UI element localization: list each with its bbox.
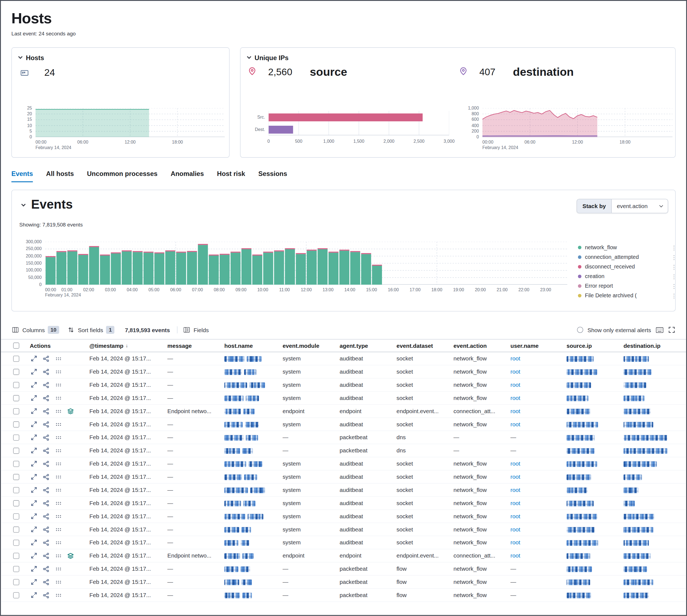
host-name-cell[interactable] xyxy=(219,539,277,546)
legend-item-menu-icon[interactable]: ⋮ xyxy=(671,244,681,251)
expand-event-icon[interactable] xyxy=(30,565,38,573)
analyze-event-icon[interactable] xyxy=(42,473,50,481)
row-checkbox[interactable] xyxy=(13,566,19,572)
host-name-cell[interactable] xyxy=(219,434,277,441)
analyze-event-icon[interactable] xyxy=(42,552,50,560)
source-ip-cell[interactable] xyxy=(561,579,618,585)
stack-by-select[interactable]: Stack by event.action xyxy=(577,199,668,213)
row-checkbox[interactable] xyxy=(13,513,19,519)
more-actions-icon[interactable] xyxy=(55,407,62,415)
host-name-cell[interactable] xyxy=(219,487,277,493)
expand-event-icon[interactable] xyxy=(30,407,38,415)
more-actions-icon[interactable] xyxy=(55,447,62,455)
source-ip-cell[interactable] xyxy=(561,474,618,480)
more-actions-icon[interactable] xyxy=(55,565,62,573)
analyze-event-icon[interactable] xyxy=(42,578,50,586)
destination-ip-cell[interactable] xyxy=(618,566,686,572)
source-ip-cell[interactable] xyxy=(561,447,618,454)
more-actions-icon[interactable] xyxy=(55,473,62,481)
host-name-cell[interactable] xyxy=(219,579,277,585)
expand-event-icon[interactable] xyxy=(30,447,38,455)
host-name-cell[interactable] xyxy=(219,421,277,427)
user-name-value[interactable]: root xyxy=(511,355,520,362)
more-actions-icon[interactable] xyxy=(55,538,62,547)
legend-item[interactable]: File Delete archived (⋮ xyxy=(578,291,681,299)
user-name-value[interactable]: root xyxy=(511,460,520,467)
tab-anomalies[interactable]: Anomalies xyxy=(171,170,204,182)
user-name-value[interactable]: root xyxy=(511,421,520,427)
unique-ips-bar-chart[interactable]: Src.Dest.05001,0001,5002,0002,5003,000 xyxy=(246,109,457,155)
user-name-value[interactable]: root xyxy=(511,368,520,375)
columns-button[interactable]: Columns 10 xyxy=(11,326,59,334)
row-checkbox[interactable] xyxy=(13,382,19,388)
analyze-event-icon[interactable] xyxy=(42,525,50,533)
analyze-event-icon[interactable] xyxy=(42,355,50,362)
source-ip-cell[interactable] xyxy=(561,487,618,493)
select-all-checkbox[interactable] xyxy=(13,343,19,349)
hosts-area-chart[interactable]: 051015202500:0006:0012:0018:00February 1… xyxy=(12,107,230,157)
source-ip-cell[interactable] xyxy=(561,552,618,559)
analyze-event-icon[interactable] xyxy=(42,565,50,573)
column-header-username[interactable]: user.name xyxy=(505,342,561,349)
user-name-value[interactable]: root xyxy=(511,500,520,506)
host-name-cell[interactable] xyxy=(219,513,277,520)
expand-event-icon[interactable] xyxy=(30,591,38,599)
expand-event-icon[interactable] xyxy=(30,381,38,389)
column-header-agenttype[interactable]: agent.type xyxy=(335,342,391,349)
sort-fields-button[interactable]: Sort fields 1 xyxy=(67,326,114,334)
tab-host-risk[interactable]: Host risk xyxy=(217,170,245,182)
row-checkbox[interactable] xyxy=(13,592,19,598)
user-name-value[interactable]: root xyxy=(511,487,520,493)
user-name-value[interactable]: root xyxy=(511,395,520,401)
row-checkbox[interactable] xyxy=(13,540,19,546)
legend-item[interactable]: disconnect_received⋮ xyxy=(578,262,681,271)
legend-item-menu-icon[interactable]: ⋮ xyxy=(671,264,681,270)
destination-ip-cell[interactable] xyxy=(618,526,686,532)
expand-event-icon[interactable] xyxy=(30,394,38,402)
column-header-Actions[interactable]: Actions xyxy=(24,342,84,349)
keyboard-shortcuts-icon[interactable] xyxy=(656,326,663,334)
destination-ip-cell[interactable] xyxy=(618,381,686,388)
expand-event-icon[interactable] xyxy=(30,355,38,362)
destination-ip-cell[interactable] xyxy=(618,552,686,559)
row-checkbox[interactable] xyxy=(13,579,19,585)
analyze-event-icon[interactable] xyxy=(42,486,50,494)
analyze-event-icon[interactable] xyxy=(42,434,50,441)
analyze-event-icon[interactable] xyxy=(42,447,50,455)
more-actions-icon[interactable] xyxy=(55,368,62,376)
more-actions-icon[interactable] xyxy=(55,355,62,362)
analyze-event-icon[interactable] xyxy=(42,368,50,376)
expand-event-icon[interactable] xyxy=(30,434,38,441)
more-actions-icon[interactable] xyxy=(55,420,62,428)
source-ip-cell[interactable] xyxy=(561,566,618,572)
host-name-cell[interactable] xyxy=(219,474,277,480)
host-name-cell[interactable] xyxy=(219,447,277,454)
source-ip-cell[interactable] xyxy=(561,526,618,532)
row-checkbox[interactable] xyxy=(13,553,19,558)
expand-event-icon[interactable] xyxy=(30,525,38,533)
more-actions-icon[interactable] xyxy=(55,552,62,560)
source-ip-cell[interactable] xyxy=(561,381,618,388)
row-checkbox[interactable] xyxy=(13,500,19,506)
destination-ip-cell[interactable] xyxy=(618,474,686,480)
row-checkbox[interactable] xyxy=(13,434,19,440)
source-ip-cell[interactable] xyxy=(561,434,618,441)
chevron-down-icon[interactable] xyxy=(247,54,251,59)
legend-item[interactable]: creation⋮ xyxy=(578,271,681,281)
analyze-event-icon[interactable] xyxy=(42,407,50,415)
row-checkbox[interactable] xyxy=(13,461,19,467)
user-name-value[interactable]: root xyxy=(511,552,520,559)
destination-ip-cell[interactable] xyxy=(618,487,686,493)
destination-ip-cell[interactable] xyxy=(618,539,686,546)
column-header-timestamp[interactable]: @timestamp↓ xyxy=(84,342,162,349)
row-checkbox[interactable] xyxy=(13,355,19,361)
row-checkbox[interactable] xyxy=(13,395,19,401)
host-name-cell[interactable] xyxy=(219,355,277,362)
row-checkbox[interactable] xyxy=(13,408,19,414)
source-ip-cell[interactable] xyxy=(561,355,618,362)
column-header-eventaction[interactable]: event.action xyxy=(448,342,505,349)
user-name-value[interactable]: root xyxy=(511,526,520,532)
more-actions-icon[interactable] xyxy=(55,381,62,389)
host-name-cell[interactable] xyxy=(219,566,277,572)
expand-event-icon[interactable] xyxy=(30,473,38,481)
